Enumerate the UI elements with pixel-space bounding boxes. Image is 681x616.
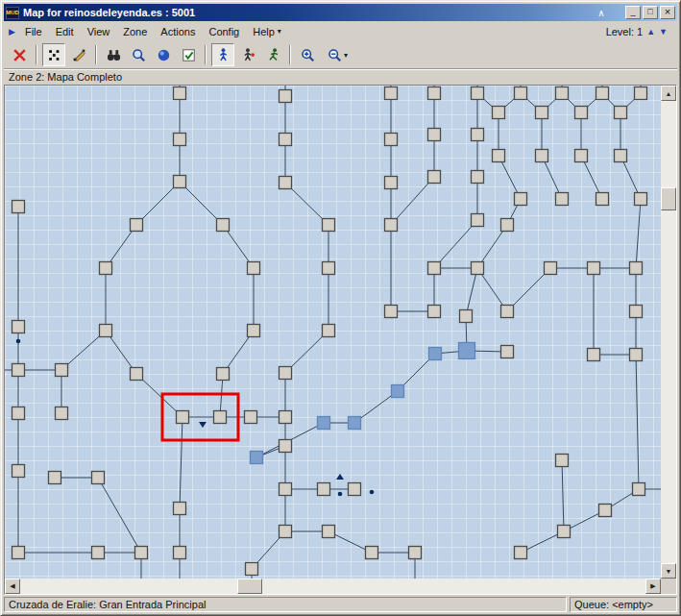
- scroll-right-button[interactable]: ▶: [645, 579, 661, 594]
- menu-item-help[interactable]: Help: [246, 24, 281, 39]
- find-room-button[interactable]: [102, 43, 125, 66]
- zone-bar: Zone 2: Mapa Completo: [4, 68, 677, 85]
- app-icon: MUD: [6, 7, 19, 19]
- menu-item-view[interactable]: View: [81, 24, 117, 39]
- shade-button[interactable]: ∧: [593, 8, 610, 18]
- toolbar-separator: [95, 45, 97, 64]
- close-button[interactable]: ×: [660, 6, 675, 19]
- scroll-down-button[interactable]: ▼: [661, 563, 676, 579]
- level-up-icon[interactable]: ▲: [646, 27, 655, 37]
- map-canvas[interactable]: [5, 86, 661, 579]
- vertical-scroll-track[interactable]: [661, 101, 676, 563]
- horizontal-scroll-track[interactable]: [20, 579, 645, 594]
- menu-item-edit[interactable]: Edit: [49, 24, 81, 39]
- level-spinner: Level: 1 ▲ ▼: [606, 26, 673, 37]
- binoculars-icon: [106, 47, 122, 63]
- level-label: Level: 1: [606, 26, 644, 37]
- pen-icon: [71, 47, 87, 63]
- status-queue: Queue: <empty>: [570, 597, 677, 612]
- world-button[interactable]: [152, 43, 175, 66]
- room-select-mode-button[interactable]: [42, 43, 65, 66]
- walker-icon: [215, 47, 231, 63]
- map-svg[interactable]: [5, 86, 661, 579]
- status-room-name: Cruzada de Eralie: Gran Entrada Principa…: [4, 597, 567, 612]
- toolbar: ▾: [4, 41, 677, 68]
- sphere-icon: [156, 47, 172, 63]
- room-properties-button[interactable]: [177, 43, 200, 66]
- toolbar-separator: [205, 45, 207, 64]
- run-to-button[interactable]: [261, 43, 284, 66]
- menu-bar: ▶ File Edit View Zone Actions Config Hel…: [4, 21, 677, 41]
- minimize-button[interactable]: _: [625, 6, 641, 19]
- zoom-out-icon: [327, 47, 343, 63]
- zoom-out-button[interactable]: ▾: [321, 43, 353, 66]
- window-title: Map for reinosdeleyenda.es : 5001: [19, 7, 593, 18]
- scroll-up-button[interactable]: ▲: [661, 86, 676, 101]
- zone-label: Zone 2: Mapa Completo: [9, 71, 122, 83]
- level-down-icon[interactable]: ▼: [659, 27, 668, 37]
- menu-arrow-icon: ▶: [9, 27, 15, 37]
- map-edit-mode-button[interactable]: [67, 43, 90, 66]
- horizontal-scrollbar[interactable]: ◀ ▶: [5, 579, 661, 594]
- menu-item-zone[interactable]: Zone: [116, 24, 154, 39]
- horizontal-scroll-thumb[interactable]: [237, 579, 262, 594]
- map-region: ▲ ▼ ◀ ▶: [4, 85, 677, 595]
- status-bar: Cruzada de Eralie: Gran Entrada Principa…: [4, 595, 677, 612]
- help-dropdown-icon[interactable]: ▾: [278, 27, 281, 36]
- maximize-button[interactable]: □: [643, 6, 658, 19]
- vertical-scrollbar[interactable]: ▲ ▼: [661, 86, 676, 579]
- speedwalker-icon: [240, 47, 256, 63]
- zoom-in-button[interactable]: [296, 43, 319, 66]
- app-window: MUD Map for reinosdeleyenda.es : 5001 ∧ …: [0, 0, 681, 616]
- delete-room-button[interactable]: [8, 43, 31, 66]
- toolbar-separator: [36, 45, 37, 64]
- magnifier-icon: [131, 47, 147, 63]
- scrollbar-corner: [661, 579, 676, 594]
- runner-icon: [265, 47, 281, 63]
- walk-mode-button[interactable]: [211, 43, 234, 66]
- room-dots-icon: [46, 47, 62, 63]
- vertical-scroll-thumb[interactable]: [661, 187, 676, 210]
- zoom-in-icon: [300, 47, 316, 63]
- zoom-dropdown-icon[interactable]: ▾: [344, 51, 348, 60]
- title-bar[interactable]: MUD Map for reinosdeleyenda.es : 5001 ∧ …: [4, 4, 677, 21]
- menu-item-actions[interactable]: Actions: [154, 24, 202, 39]
- checkbox-icon: [181, 47, 197, 63]
- speedwalk-button[interactable]: [236, 43, 259, 66]
- red-x-icon: [12, 47, 28, 63]
- locate-button[interactable]: [127, 43, 150, 66]
- menu-item-file[interactable]: File: [18, 24, 49, 39]
- toolbar-separator: [289, 45, 291, 64]
- menu-item-config[interactable]: Config: [202, 24, 246, 39]
- scroll-left-button[interactable]: ◀: [5, 579, 20, 594]
